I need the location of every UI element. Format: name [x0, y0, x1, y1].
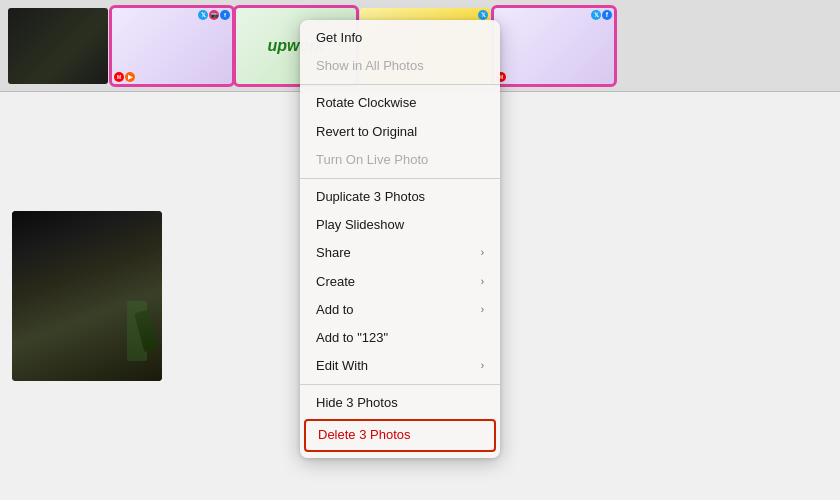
divider-1 [300, 84, 500, 85]
menu-item-add-to-123[interactable]: Add to "123" [300, 324, 500, 352]
twitter-icon2: 𝕏 [478, 10, 488, 20]
menu-item-add-to[interactable]: Add to › [300, 296, 500, 324]
twitter-icon3: 𝕏 [591, 10, 601, 20]
menu-item-show-in-all: Show in All Photos [300, 52, 500, 80]
menu-item-delete[interactable]: Delete 3 Photos [304, 419, 496, 451]
menu-item-edit-with[interactable]: Edit With › [300, 352, 500, 380]
facebook-icon: f [220, 10, 230, 20]
divider-2 [300, 178, 500, 179]
twitter-icon: 𝕏 [198, 10, 208, 20]
menu-label-show-in-all: Show in All Photos [316, 57, 424, 75]
menu-item-slideshow[interactable]: Play Slideshow [300, 211, 500, 239]
menu-label-create: Create [316, 273, 355, 291]
menu-label-add-to: Add to [316, 301, 354, 319]
menu-label-share: Share [316, 244, 351, 262]
menu-label-revert: Revert to Original [316, 123, 417, 141]
menu-label-add-to-123: Add to "123" [316, 329, 388, 347]
edit-with-arrow-icon: › [481, 359, 484, 373]
gmail-icon: M [114, 72, 124, 82]
photo-thumb-phone2[interactable]: 𝕏 f M [494, 8, 614, 84]
menu-item-create[interactable]: Create › [300, 268, 500, 296]
menu-item-hide[interactable]: Hide 3 Photos [300, 389, 500, 417]
menu-item-get-info[interactable]: Get Info [300, 24, 500, 52]
menu-label-duplicate: Duplicate 3 Photos [316, 188, 425, 206]
menu-label-turn-on-live: Turn On Live Photo [316, 151, 428, 169]
menu-item-revert[interactable]: Revert to Original [300, 118, 500, 146]
yt-icon: ▶ [125, 72, 135, 82]
divider-3 [300, 384, 500, 385]
facebook-icon2: f [602, 10, 612, 20]
instagram-icon: 📷 [209, 10, 219, 20]
context-menu: Get Info Show in All Photos Rotate Clock… [300, 20, 500, 458]
menu-item-duplicate[interactable]: Duplicate 3 Photos [300, 183, 500, 211]
photo-thumb-phone1[interactable]: 𝕏 📷 f M ▶ [112, 8, 232, 84]
menu-label-delete: Delete 3 Photos [318, 426, 411, 444]
menu-label-get-info: Get Info [316, 29, 362, 47]
large-photo [12, 211, 162, 381]
photo-thumb-dark[interactable] [8, 8, 108, 84]
add-to-arrow-icon: › [481, 303, 484, 317]
share-arrow-icon: › [481, 246, 484, 260]
menu-label-rotate-cw: Rotate Clockwise [316, 94, 416, 112]
menu-label-slideshow: Play Slideshow [316, 216, 404, 234]
menu-item-turn-on-live: Turn On Live Photo [300, 146, 500, 174]
menu-item-rotate-cw[interactable]: Rotate Clockwise [300, 89, 500, 117]
menu-label-hide: Hide 3 Photos [316, 394, 398, 412]
create-arrow-icon: › [481, 275, 484, 289]
menu-item-share[interactable]: Share › [300, 239, 500, 267]
menu-label-edit-with: Edit With [316, 357, 368, 375]
app-window: 𝕏 📷 f M ▶ upwork 𝕏 𝕏 f [0, 0, 840, 500]
